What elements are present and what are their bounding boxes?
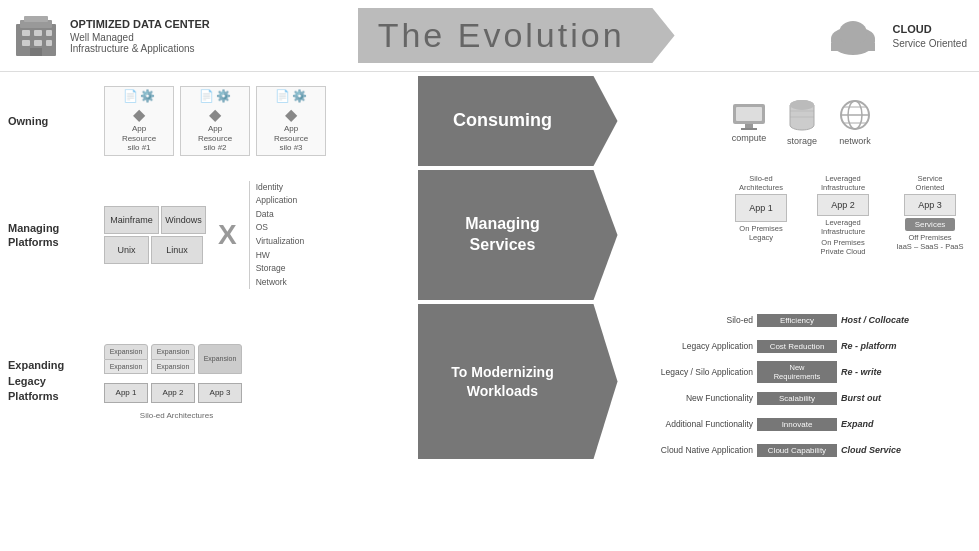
svg-rect-18 [741,128,757,130]
arch-siloed-title: Silo-edArchitectures [739,174,783,192]
platform-boxes: Mainframe Windows Unix Linux [104,206,206,264]
silo-icons-2: 📄 ⚙️ [199,89,231,103]
platform-bottom-row: Unix Linux [104,236,206,264]
app-box-1: App 1 [104,383,148,403]
svg-rect-6 [22,40,30,46]
arch-leveraged: LeveragedInfrastructure App 2 LeveragedI… [803,174,883,256]
arch-app1-box: App 1 [735,194,787,222]
silo-label-3: AppResourcesilo #3 [274,124,308,153]
stack-storage: Storage [256,262,305,276]
managing-services-container: Managing Services [410,170,625,300]
table-row-4: Additional Functionality Innovate Expand [633,412,971,436]
header-left-text: OPTIMIZED DATA CENTER Well Managed Infra… [70,17,210,54]
stack-application: Application [256,194,305,208]
cyl-group-3: Expansion [198,344,242,374]
services-badge: Services [905,218,956,231]
arch-app3-box: App 3 [904,194,956,216]
silo-arch-label: Silo-ed Architectures [104,411,249,420]
silo-diamond-icon-2: ◆ [209,105,221,124]
rt-label-1: Legacy Application [633,341,753,351]
stack-os: OS [256,221,305,235]
cloud-header-text: CLOUD Service Oriented [893,22,967,48]
stack-list: Identity Application Data OS Virtualizat… [249,181,305,290]
compute-icon [731,100,767,130]
content: Owning 📄 ⚙️ ◆ AppResourcesilo #1 📄 [0,72,979,551]
expansion-label-3: Expansion [198,344,242,374]
silo-gear-icon: ⚙️ [140,89,155,103]
consuming-arrow: Consuming [418,76,618,166]
silo-icons-3: 📄 ⚙️ [275,89,307,103]
center-panel: Consuming Managing Services To Modernizi… [410,72,625,551]
right-panel: compute storage [625,72,979,551]
expanding-content: Expansion Expansion Expansion Expansion … [104,344,402,420]
rt-label-2: Legacy / Silo Application [633,367,753,377]
silo-doc-icon: 📄 [123,89,138,103]
silo-doc-icon-2: 📄 [199,89,214,103]
svg-rect-5 [46,30,52,36]
silo-box-1: 📄 ⚙️ ◆ AppResourcesilo #1 [104,86,174,156]
silo-label-1: AppResourcesilo #1 [122,124,156,153]
stack-data: Data [256,208,305,222]
svg-point-13 [839,21,867,45]
cloud-header-icon [823,11,883,61]
app-boxes: App 1 App 2 App 3 [104,383,242,403]
network-icon [837,97,873,133]
arch-service: ServiceOriented App 3 Services Off Premi… [889,174,971,251]
rt-result-3: Burst out [841,393,931,403]
svg-rect-3 [22,30,30,36]
svg-rect-17 [745,124,753,128]
table-row-2: Legacy / Silo Application NewRequirement… [633,360,971,384]
network-label: network [839,136,871,146]
stack-identity: Identity [256,181,305,195]
rt-label-4: Additional Functionality [633,419,753,429]
silo-box-2: 📄 ⚙️ ◆ AppResourcesilo #2 [180,86,250,156]
silo-diamond-icon-3: ◆ [285,105,297,124]
arch-siloed: Silo-edArchitectures App 1 On PremisesLe… [725,174,797,242]
app-box-3: App 3 [198,383,242,403]
table-row-0: Silo-ed Efficiency Host / Collocate [633,308,971,332]
stack-hw: HW [256,249,305,263]
svg-rect-14 [831,43,875,51]
consuming-label: Consuming [453,109,567,132]
compute-label: compute [732,133,767,143]
owning-label: Owning [8,114,98,128]
storage-icon [787,97,817,133]
expansion-sub-1: Expansion [104,360,148,374]
silo-icons-1: 📄 ⚙️ [123,89,155,103]
arch-service-bottom: Off PremisesIaaS – SaaS - PaaS [896,233,963,251]
left-panel: Owning 📄 ⚙️ ◆ AppResourcesilo #1 📄 [0,72,410,551]
arch-leveraged-bottom: On PremisesPrivate Cloud [820,238,865,256]
header-left: OPTIMIZED DATA CENTER Well Managed Infra… [12,12,210,60]
svg-rect-4 [34,30,42,36]
datacenter-icon [12,12,60,60]
cloud-icons-row: compute storage [633,76,971,166]
rt-result-4: Expand [841,419,931,429]
rt-badge-3: Scalability [757,392,837,405]
managing-content: Mainframe Windows Unix Linux X Identity … [104,181,402,290]
storage-item: storage [787,97,817,146]
rt-label-5: Cloud Native Application [633,445,753,455]
silo-diamond-icon: ◆ [133,105,145,124]
expansion-label-2: Expansion [151,344,195,360]
modernizing-label: To Modernizing Workloads [433,363,588,399]
row-managing: Managing Platforms Mainframe Windows Uni… [8,170,402,300]
table-row-5: Cloud Native Application Cloud Capabilit… [633,438,971,462]
cloud-title: CLOUD [893,22,967,37]
x-mark: X [218,219,237,251]
silo-box-3: 📄 ⚙️ ◆ AppResourcesilo #3 [256,86,326,156]
silo-gear-icon-3: ⚙️ [292,89,307,103]
arch-app1-label: On PremisesLegacy [739,224,782,242]
platform-top-row: Mainframe Windows [104,206,206,234]
header: OPTIMIZED DATA CENTER Well Managed Infra… [0,0,979,72]
datacenter-title: OPTIMIZED DATA CENTER [70,17,210,32]
cloud-subtitle: Service Oriented [893,38,967,49]
rt-badge-0: Efficiency [757,314,837,327]
cyl-group-2: Expansion Expansion [151,344,195,374]
table-row-3: New Functionality Scalability Burst out [633,386,971,410]
storage-label: storage [787,136,817,146]
modernizing-container: To Modernizing Workloads [410,304,625,459]
expanding-label: Expanding LegacyPlatforms [8,358,98,404]
silo-doc-icon-3: 📄 [275,89,290,103]
silo-gear-icon-2: ⚙️ [216,89,231,103]
managing-label: Managing Platforms [8,221,98,250]
